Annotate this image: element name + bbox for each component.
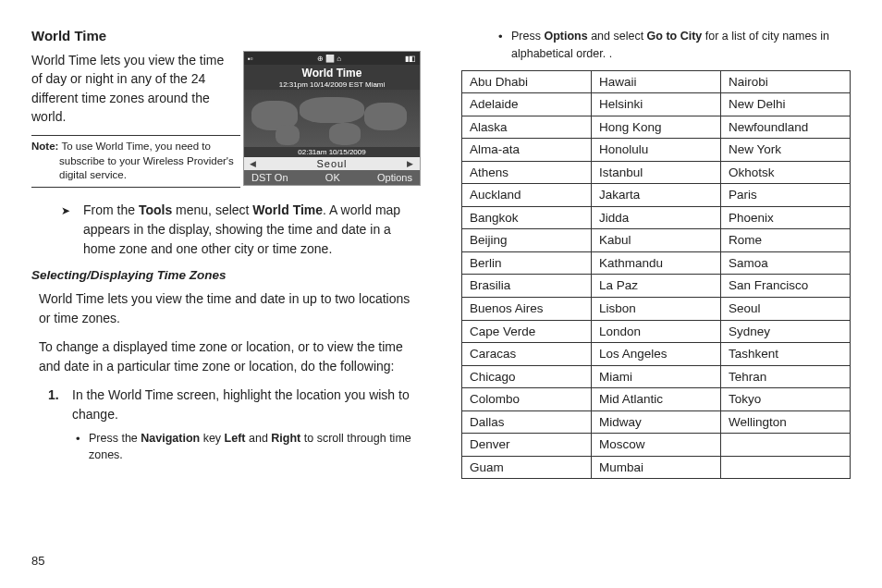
page-number: 85 [31,554,44,568]
city-cell: Kathmandu [592,251,721,275]
note-text: To use World Time, you need to subscribe… [59,141,234,180]
city-cell: Los Angeles [592,343,721,366]
body-paragraph-2: To change a displayed time zone or locat… [31,337,421,376]
city-cell: Phoenix [721,206,851,229]
table-row: DallasMidwayWellington [462,410,851,434]
city-cell: Tokyo [721,388,851,411]
softkey-left: DST On [251,172,288,183]
status-icons: ⊕ ⬜ ⌂ [317,55,341,63]
city-cell: Auckland [462,184,592,207]
table-row: AthensIstanbulOkhotsk [462,161,851,184]
subsection-title: Selecting/Displaying Time Zones [31,268,421,282]
table-row: Abu DhabiHawaiiNairobi [462,70,851,93]
city-cell: Athens [462,161,592,184]
city-cell: Caracas [462,343,592,366]
table-row: BerlinKathmanduSamoa [462,251,851,275]
city-cell: New Delhi [721,93,851,116]
arrow-text-1: From the [83,202,139,217]
softkey-right: Options [377,172,412,183]
right-arrow-icon: ▶ [407,159,414,168]
city-cell: Chicago [462,365,592,388]
city-cell: Tashkent [721,343,851,366]
b2-bold2: Go to City [647,30,703,43]
city-cell: Beijing [462,229,592,252]
table-row: BrasiliaLa PazSan Francisco [462,275,851,298]
city-cell: London [592,320,721,343]
bullet-go-to-city: Press Options and select Go to City for … [461,28,851,63]
step-text: In the World Time screen, highlight the … [72,387,410,422]
note-label: Note: [31,141,58,152]
arrow-text-2: menu, select [172,202,252,217]
arrow-icon: ➤ [61,202,70,219]
table-row: Buenos AiresLisbonSeoul [462,297,851,320]
city-cell: Mid Atlantic [592,388,721,411]
table-row: AucklandJakartaParis [462,184,851,207]
b1-pre: Press the [89,432,141,445]
city-cell: Cape Verde [462,320,592,343]
table-row: GuamMumbai [462,456,851,479]
city-cell: Tehran [721,365,851,388]
b2-pre: Press [511,30,544,43]
city-table-body: Abu DhabiHawaiiNairobiAdelaideHelsinkiNe… [462,70,851,479]
phone-bottom-time: 02:31am 10/15/2009 [244,147,420,157]
city-cell: Dallas [462,410,592,434]
phone-world-map [244,90,420,147]
phone-status-bar: ▪▫ ⊕ ⬜ ⌂ ▮◧ [244,52,420,65]
step-1: 1. In the World Time screen, highlight t… [31,386,421,424]
b2-bold1: Options [544,30,587,43]
battery-icon: ▮◧ [405,55,416,63]
left-column: World Time ▪▫ ⊕ ⬜ ⌂ ▮◧ World Time 12:31p… [31,28,441,570]
city-cell: Sydney [721,320,851,343]
page: World Time ▪▫ ⊕ ⬜ ⌂ ▮◧ World Time 12:31p… [0,0,882,588]
city-cell: Hawaii [592,70,721,93]
city-cell: Helsinki [592,93,721,116]
city-table: Abu DhabiHawaiiNairobiAdelaideHelsinkiNe… [461,70,851,480]
city-cell: Okhotsk [721,161,851,184]
b2-mid: and select [588,30,647,43]
city-cell: Abu Dhabi [462,70,592,93]
city-cell: Miami [592,365,721,388]
city-cell: Brasilia [462,275,592,298]
city-cell [721,434,851,457]
city-cell: Alaska [462,116,592,139]
phone-screenshot: ▪▫ ⊕ ⬜ ⌂ ▮◧ World Time 12:31pm 10/14/200… [243,51,421,186]
city-cell [721,456,851,479]
arrow-bold-wt: World Time [252,202,323,217]
city-cell: Bangkok [462,206,592,229]
b1-bold3: Right [271,432,300,445]
table-row: BangkokJiddaPhoenix [462,206,851,229]
table-row: Alma-ataHonoluluNew York [462,139,851,162]
city-cell: Hong Kong [592,116,721,139]
city-cell: Moscow [592,434,721,457]
city-cell: Alma-ata [462,139,592,162]
city-cell: Jakarta [592,184,721,207]
city-cell: Seoul [721,297,851,320]
city-cell: Adelaide [462,93,592,116]
city-cell: Rome [721,229,851,252]
table-row: ChicagoMiamiTehran [462,365,851,388]
table-row: DenverMoscow [462,434,851,457]
city-cell: New York [721,139,851,162]
table-row: AlaskaHong KongNewfoundland [462,116,851,139]
softkey-middle: OK [325,172,340,183]
left-arrow-icon: ◀ [250,159,257,168]
city-cell: Honolulu [592,139,721,162]
phone-city-name: Seoul [316,158,347,169]
city-cell: Buenos Aires [462,297,592,320]
city-cell: La Paz [592,275,721,298]
bullet-nav-keys: Press the Navigation key Left and Right … [31,430,421,465]
b1-bold1: Navigation [141,432,200,445]
table-row: BeijingKabulRome [462,229,851,252]
city-cell: Kabul [592,229,721,252]
city-cell: Samoa [721,251,851,275]
table-row: AdelaideHelsinkiNew Delhi [462,93,851,116]
right-column: Press Options and select Go to City for … [441,28,851,570]
city-cell: Mumbai [592,456,721,479]
b1-bold2: Left [225,432,246,445]
phone-screen-title: World Time [244,65,420,80]
table-row: CaracasLos AngelesTashkent [462,343,851,366]
city-cell: Istanbul [592,161,721,184]
b1-mid2: and [246,432,272,445]
intro-block: ▪▫ ⊕ ⬜ ⌂ ▮◧ World Time 12:31pm 10/14/200… [31,51,421,201]
phone-city-selector: ◀ Seoul ▶ [244,157,420,170]
